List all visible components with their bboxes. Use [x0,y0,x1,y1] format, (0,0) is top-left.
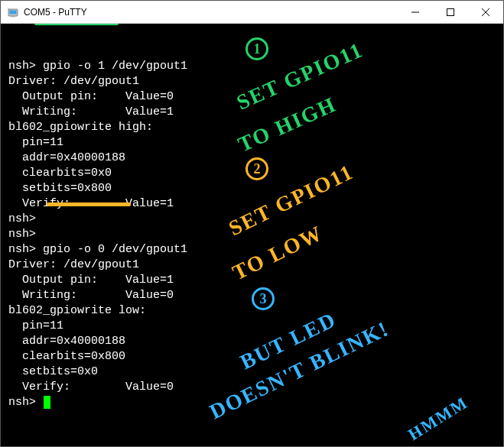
terminal-line: Writing: Value=0 [8,288,496,303]
terminal-line: Driver: /dev/gpout1 [8,258,496,273]
window-controls [398,1,503,23]
annotation-number-1: 1 [245,37,268,60]
terminal-line: clearbits=0x0 [8,166,496,181]
terminal-line: Verify: Value=0 [8,380,496,395]
terminal-line: setbits=0x800 [8,181,496,196]
close-button[interactable] [468,1,503,23]
terminal-area[interactable]: nsh> gpio -o 1 /dev/gpout1Driver: /dev/g… [1,24,503,446]
terminal-line: addr=0x40000188 [8,334,496,349]
terminal-line: pin=11 [8,135,496,151]
titlebar[interactable]: COM5 - PuTTY [1,1,503,24]
svg-rect-5 [447,8,454,15]
terminal-line: nsh> gpio -o 0 /dev/gpout1 [8,242,496,258]
green-underline [34,24,119,25]
app-icon [7,6,19,18]
window-title: COM5 - PuTTY [24,7,398,18]
terminal-line: bl602_gpiowrite low: [8,303,496,319]
terminal-line: nsh> [8,212,496,227]
terminal-cursor [44,396,50,409]
terminal-line: bl602_gpiowrite high: [8,120,496,135]
minimize-button[interactable] [398,1,433,23]
terminal-line: Verify: Value=1 [8,196,496,212]
terminal-line: Writing: Value=1 [8,105,496,120]
annotation-dots: ... [452,442,479,446]
terminal-line: Output pin: Value=0 [8,89,496,105]
terminal-line: addr=0x40000188 [8,151,496,166]
terminal-line: pin=11 [8,319,496,334]
terminal-line: nsh> gpio -o 1 /dev/gpout1 [8,59,496,74]
terminal-line: setbits=0x0 [8,364,496,380]
putty-window: COM5 - PuTTY nsh> gpio -o 1 /dev/gpout1D… [0,0,504,447]
maximize-button[interactable] [433,1,468,23]
svg-rect-1 [10,10,17,14]
terminal-output: nsh> gpio -o 1 /dev/gpout1Driver: /dev/g… [8,59,496,410]
terminal-line: nsh> [8,395,496,410]
terminal-line: Output pin: Value=1 [8,273,496,288]
terminal-line: Driver: /dev/gpout1 [8,74,496,89]
svg-rect-2 [11,16,15,17]
terminal-line: clearbits=0x800 [8,349,496,364]
terminal-line: nsh> [8,227,496,242]
annotation-number-1-text: 1 [254,41,261,57]
